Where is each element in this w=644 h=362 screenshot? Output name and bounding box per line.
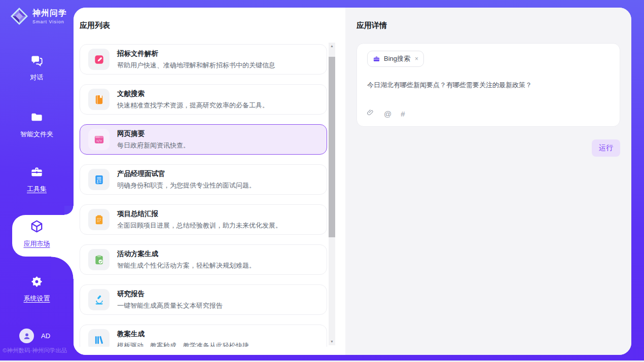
app-card-title: 教案生成 [117,330,249,339]
chip-close-icon[interactable]: × [415,55,418,62]
sidebar: 神州问学 Smart Vision 对话 智能文件夹 [0,0,74,360]
tool-chip-label: Bing搜索 [384,54,410,63]
app-card-title: 研究报告 [117,289,223,299]
toolbox-icon [30,165,44,181]
sidebar-item-settings[interactable]: 系统设置 [0,275,74,303]
sidebar-item-label: 智能文件夹 [20,130,53,139]
avatar [19,329,34,343]
sidebar-item-toolset[interactable]: 工具集 [0,165,74,194]
brand-logo: 神州问学 Smart Vision [10,7,67,25]
sidebar-item-label: 系统设置 [24,294,50,303]
query-input[interactable]: 今日湖北有哪些新闻要点？有哪些需要关注的最新政策？ [367,81,610,90]
run-row: 运行 [356,139,620,157]
brand-subtitle: Smart Vision [32,19,67,24]
run-button[interactable]: 运行 [592,139,620,157]
app-card-web-summary[interactable]: </> 网页摘要 每日政府新闻资讯快查。 [80,124,327,155]
clipboard-check-icon [88,249,110,270]
paperclip-icon[interactable] [366,108,375,119]
folder-icon [30,111,44,126]
list-scrollbar[interactable]: ▲ ▼ [329,43,335,345]
app-card-pm-interviewer[interactable]: 产品经理面试官 明确身份和职责，为您提供专业性的面试问题。 [80,164,327,195]
app-detail-title: 应用详情 [356,21,620,30]
scrollbar-up-icon[interactable]: ▲ [329,43,335,50]
app-card-desc: 一键智能生成高质量长文本研究报告 [117,301,223,310]
user-name: AD [41,332,50,340]
sidebar-item-label: 应用市场 [24,239,50,248]
brand-diamond-icon [10,7,28,25]
sidebar-item-chat[interactable]: 对话 [0,54,74,82]
app-card-bid-document-parse[interactable]: 招标文件解析 帮助用户快速、准确地理解和解析招标书中的关键信息 [80,44,327,75]
app-card-literature-search[interactable]: 文献搜索 快速精准查找学术资源，提高研究效率的必备工具。 [80,84,327,115]
app-list: 招标文件解析 帮助用户快速、准确地理解和解析招标书中的关键信息 文献搜索 [80,44,327,347]
app-card-desc: 快速精准查找学术资源，提高研究效率的必备工具。 [117,101,269,110]
app-card-desc: 帮助用户快速、准确地理解和解析招标书中的关键信息 [117,61,275,70]
app-card-event-plan[interactable]: 活动方案生成 智能生成个性化活动方案，轻松解决规划难题。 [80,244,327,275]
resume-doc-icon [88,169,110,190]
app-card-title: 文献搜索 [117,89,269,98]
books-icon [88,329,110,347]
app-card-research-report[interactable]: 研究报告 一键智能生成高质量长文本研究报告 [80,284,327,315]
gear-icon [30,275,44,291]
app-card-title: 项目总结汇报 [117,209,282,219]
app-card-lesson-plan[interactable]: 教案生成 模板驱动，教案秒成，教学准备从此轻松快捷 [80,324,327,347]
attachment-toolbar: @ # [366,108,405,119]
sidebar-item-label: 工具集 [27,185,47,194]
tool-chip-bing-search[interactable]: Bing搜索 × [367,51,424,67]
app-list-panel: 应用列表 招标文件解析 帮助用户快速、准确地理解和解析招标书中的关键信息 [74,8,345,355]
app-card-desc: 模板驱动，教案秒成，教学准备从此轻松快捷 [117,341,249,347]
app-card-title: 活动方案生成 [117,249,256,259]
app-window: 神州问学 Smart Vision 对话 智能文件夹 [0,0,644,360]
app-list-title: 应用列表 [80,21,345,30]
sidebar-item-label: 对话 [30,73,44,82]
hash-icon[interactable]: # [401,110,405,118]
chat-icon [30,54,44,69]
briefcase-icon [373,55,380,63]
app-detail-panel: 应用详情 Bing搜索 × 今日湖北有哪些新闻要点？有哪些需要关注的最新政策？ [345,8,631,355]
app-card-desc: 全面回顾项目进展，总结经验教训，助力未来优化发展。 [117,221,282,230]
copyright-text: ©神州数码·神州问学出品 [3,347,74,354]
cube-icon [29,219,44,236]
pen-square-icon [88,49,110,70]
sidebar-item-app-market[interactable]: 应用市场 [0,219,74,248]
scrollbar-down-icon[interactable]: ▼ [329,338,335,345]
scrollbar-thumb[interactable] [329,57,335,237]
web-code-icon: </> [88,129,110,150]
svg-text:</>: </> [96,138,101,142]
report-pad-icon [88,209,110,230]
sidebar-item-smart-folders[interactable]: 智能文件夹 [0,111,74,139]
app-card-title: 产品经理面试官 [117,169,256,178]
app-card-desc: 每日政府新闻资讯快查。 [117,141,190,150]
brand-name: 神州问学 [32,8,67,19]
user-profile[interactable]: AD [19,329,50,343]
app-card-desc: 智能生成个性化活动方案，轻松解决规划难题。 [117,261,256,270]
app-card-title: 招标文件解析 [117,49,275,58]
person-icon [23,332,31,340]
app-card-desc: 明确身份和职责，为您提供专业性的面试问题。 [117,181,256,190]
app-card-project-summary[interactable]: 项目总结汇报 全面回顾项目进展，总结经验教训，助力未来优化发展。 [80,204,327,235]
bubble-notch-top [64,206,74,215]
microscope-icon [88,289,110,310]
mention-icon[interactable]: @ [384,110,391,118]
query-card: Bing搜索 × 今日湖北有哪些新闻要点？有哪些需要关注的最新政策？ @ # [356,43,620,127]
app-card-title: 网页摘要 [117,129,190,138]
main-content: 应用列表 招标文件解析 帮助用户快速、准确地理解和解析招标书中的关键信息 [74,8,631,355]
book-icon [88,89,110,110]
